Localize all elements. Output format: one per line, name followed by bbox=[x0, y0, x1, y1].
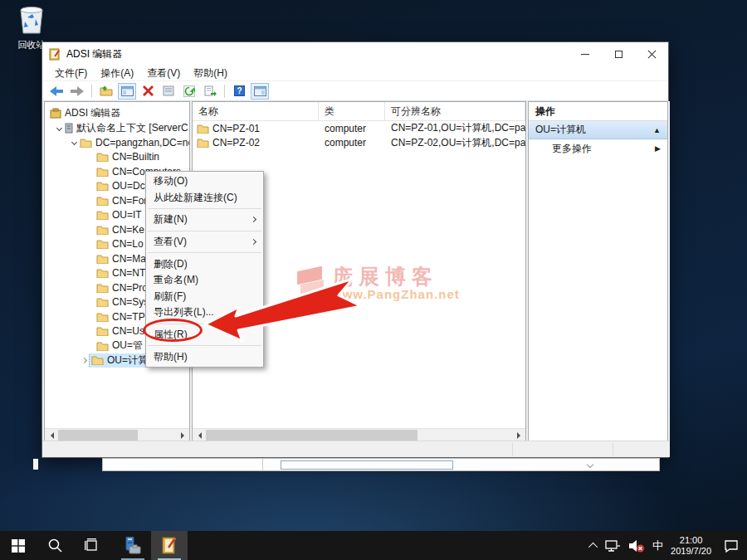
show-action-pane-button[interactable] bbox=[251, 83, 269, 100]
folder-icon bbox=[96, 239, 109, 249]
list-row-pz-01[interactable]: CN=PZ-01 computer CN=PZ-01,OU=计算机,DC=pan… bbox=[193, 121, 525, 136]
folder-icon bbox=[197, 138, 209, 148]
tree-item-default-naming-context[interactable]: 默认命名上下文 [ServerC.par bbox=[45, 121, 189, 136]
tree-item-dc-pangzhan[interactable]: DC=pangzhan,DC=net bbox=[45, 135, 189, 150]
scrollbar-thumb[interactable] bbox=[206, 430, 417, 441]
list-row-pz-02[interactable]: CN=PZ-02 computer CN=PZ-02,OU=计算机,DC=pan… bbox=[193, 136, 525, 151]
tree-item-builtin[interactable]: CN=Builtin bbox=[45, 150, 189, 165]
scrollbar-thumb[interactable] bbox=[58, 430, 138, 441]
delete-button[interactable] bbox=[139, 83, 157, 100]
column-header-dn[interactable]: 可分辨名称 bbox=[385, 102, 525, 120]
strip-dropdown-chevron-icon[interactable] bbox=[587, 461, 593, 468]
back-icon bbox=[50, 86, 63, 96]
volume-muted-icon[interactable] bbox=[628, 539, 645, 553]
minimize-button[interactable] bbox=[569, 43, 602, 66]
console-window-icon bbox=[121, 86, 134, 96]
folder-icon bbox=[96, 225, 109, 235]
folder-icon bbox=[96, 167, 109, 177]
list-horizontal-scrollbar[interactable] bbox=[193, 428, 525, 441]
search-button[interactable] bbox=[37, 531, 73, 560]
menu-item-view[interactable]: 查看(V) bbox=[146, 234, 263, 251]
window-title: ADSI 编辑器 bbox=[66, 47, 569, 61]
submenu-triangle-icon: ▶ bbox=[655, 144, 661, 153]
folder-icon bbox=[80, 138, 92, 148]
status-bar bbox=[42, 441, 670, 457]
network-icon[interactable] bbox=[605, 539, 621, 553]
submenu-chevron-icon bbox=[251, 217, 256, 222]
adsi-root-icon bbox=[50, 108, 61, 119]
task-view-button[interactable] bbox=[73, 531, 110, 560]
help-button[interactable]: ? bbox=[230, 83, 248, 100]
folder-icon bbox=[96, 210, 109, 220]
back-button[interactable] bbox=[47, 83, 66, 100]
task-view-icon bbox=[85, 538, 99, 553]
tree-item-adsi-root[interactable]: ADSI 编辑器 bbox=[45, 106, 189, 121]
column-header-class[interactable]: 类 bbox=[319, 102, 385, 120]
folder-icon bbox=[96, 341, 109, 351]
background-window-strip bbox=[102, 458, 660, 471]
help-icon: ? bbox=[234, 85, 245, 96]
folder-icon bbox=[96, 326, 109, 336]
menu-separator bbox=[148, 252, 261, 253]
menu-action[interactable]: 操作(A) bbox=[95, 66, 139, 81]
maximize-button[interactable] bbox=[602, 43, 635, 66]
menu-separator bbox=[148, 208, 261, 209]
menu-item-new-connection-from-here[interactable]: 从此处新建连接(C) bbox=[146, 190, 263, 207]
forward-icon bbox=[71, 86, 84, 96]
submenu-chevron-icon bbox=[251, 239, 256, 245]
more-actions-item[interactable]: 更多操作 ▶ bbox=[529, 139, 667, 158]
list-header: 名称 类 可分辨名称 bbox=[193, 102, 525, 121]
chevron-collapsed-icon[interactable] bbox=[78, 358, 90, 363]
taskbar-adsi-edit-active[interactable] bbox=[151, 531, 188, 560]
actions-section-header[interactable]: OU=计算机 ▲ bbox=[529, 121, 667, 139]
menu-item-delete[interactable]: 删除(D) bbox=[146, 256, 263, 272]
export-list-icon bbox=[204, 85, 217, 96]
clock-time: 21:00 bbox=[671, 535, 711, 546]
menu-view[interactable]: 查看(V) bbox=[141, 66, 186, 81]
strip-combobox[interactable] bbox=[281, 460, 453, 470]
search-icon bbox=[48, 538, 62, 553]
background-window-fragment bbox=[33, 459, 38, 470]
server-manager-icon bbox=[123, 537, 143, 555]
up-one-level-button[interactable] bbox=[97, 83, 115, 100]
chevron-expanded-icon[interactable] bbox=[68, 140, 80, 144]
clock-date: 2019/7/20 bbox=[671, 546, 711, 557]
refresh-icon bbox=[183, 85, 195, 97]
toolbar: ? bbox=[42, 81, 668, 101]
tree-horizontal-scrollbar[interactable] bbox=[45, 428, 189, 441]
show-hidden-icons-chevron[interactable] bbox=[588, 542, 598, 551]
menu-item-new[interactable]: 新建(N) bbox=[146, 212, 263, 228]
collapse-triangle-icon[interactable]: ▲ bbox=[653, 126, 661, 134]
taskbar-server-manager[interactable] bbox=[115, 531, 151, 560]
start-button[interactable] bbox=[0, 531, 37, 560]
menu-file[interactable]: 文件(F) bbox=[49, 66, 93, 81]
properties-button[interactable] bbox=[159, 83, 178, 100]
menu-item-move[interactable]: 移动(O) bbox=[146, 173, 263, 190]
strip-divider bbox=[262, 459, 263, 470]
refresh-button[interactable] bbox=[180, 83, 198, 100]
action-center-icon[interactable] bbox=[724, 539, 739, 553]
menu-help[interactable]: 帮助(H) bbox=[188, 66, 233, 81]
show-console-tree-button[interactable] bbox=[118, 83, 136, 100]
actions-section-label: OU=计算机 bbox=[535, 123, 653, 137]
folder-icon bbox=[96, 152, 109, 162]
toolbar-separator bbox=[91, 85, 92, 98]
export-list-button[interactable] bbox=[201, 83, 219, 100]
forward-button[interactable] bbox=[68, 83, 86, 100]
chevron-expanded-icon[interactable] bbox=[53, 126, 65, 130]
folder-up-icon bbox=[100, 85, 113, 96]
taskbar: 中 21:00 2019/7/20 bbox=[0, 531, 747, 560]
column-header-name[interactable]: 名称 bbox=[193, 102, 319, 120]
taskbar-clock[interactable]: 21:00 2019/7/20 bbox=[671, 535, 711, 557]
toolbar-separator bbox=[224, 85, 225, 98]
adsi-app-icon bbox=[160, 536, 178, 556]
ime-indicator[interactable]: 中 bbox=[652, 538, 663, 553]
close-button[interactable] bbox=[635, 43, 668, 66]
folder-icon bbox=[96, 196, 109, 206]
title-bar: ADSI 编辑器 bbox=[42, 42, 668, 66]
folder-icon bbox=[197, 124, 209, 134]
highlight-ellipse-annotation bbox=[143, 319, 203, 342]
red-arrow-annotation bbox=[199, 272, 367, 347]
menu-item-help[interactable]: 帮助(H) bbox=[146, 348, 263, 365]
adsi-edit-window: ADSI 编辑器 文件(F) 操作(A) 查看(V) 帮助(H) bbox=[42, 41, 669, 458]
